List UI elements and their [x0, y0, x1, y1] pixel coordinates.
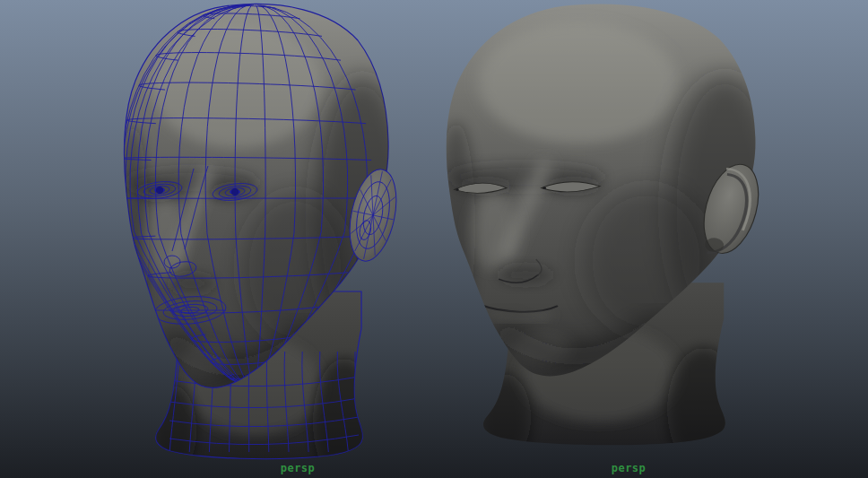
camera-name-label: persp: [612, 462, 647, 474]
perspective-viewport-wireframe[interactable]: persp: [0, 0, 434, 478]
viewport-canvas-wireframe: [0, 0, 434, 478]
viewport-split-area: persp persp: [0, 0, 868, 478]
viewport-canvas-shaded: [434, 0, 868, 478]
wireframe-head-model[interactable]: [117, 4, 412, 478]
smooth-shaded-head-model[interactable]: [438, 4, 783, 469]
perspective-viewport-shaded[interactable]: persp: [434, 0, 868, 478]
camera-name-label: persp: [281, 462, 316, 474]
